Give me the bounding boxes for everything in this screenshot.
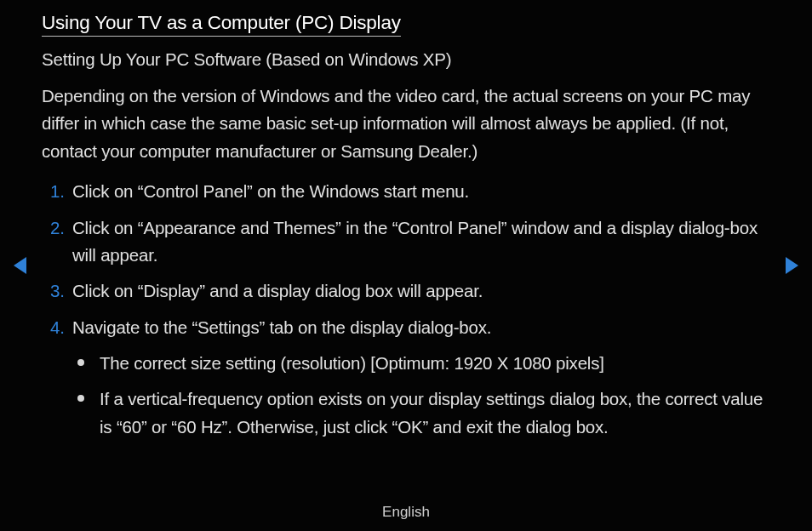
intro-paragraph: Depending on the version of Windows and … — [42, 83, 770, 165]
bullet-item: If a vertical-frequency option exists on… — [72, 385, 770, 441]
step-item: Navigate to the “Settings” tab on the di… — [50, 314, 770, 341]
page-title: Using Your TV as a Computer (PC) Display — [42, 12, 401, 37]
step-item: Click on “Display” and a display dialog … — [50, 277, 770, 305]
prev-page-arrow-icon[interactable] — [14, 257, 26, 274]
manual-page-content: Using Your TV as a Computer (PC) Display… — [42, 12, 770, 449]
step-item: Click on “Control Panel” on the Windows … — [50, 178, 770, 205]
language-footer: English — [0, 504, 812, 521]
bullet-list: The correct size setting (resolution) [O… — [72, 350, 770, 441]
step-item: Click on “Appearance and Themes” in the … — [50, 214, 770, 270]
next-page-arrow-icon[interactable] — [786, 257, 798, 274]
page-subtitle: Setting Up Your PC Software (Based on Wi… — [42, 49, 770, 70]
steps-list: Click on “Control Panel” on the Windows … — [50, 178, 770, 341]
bullet-item: The correct size setting (resolution) [O… — [72, 350, 770, 377]
